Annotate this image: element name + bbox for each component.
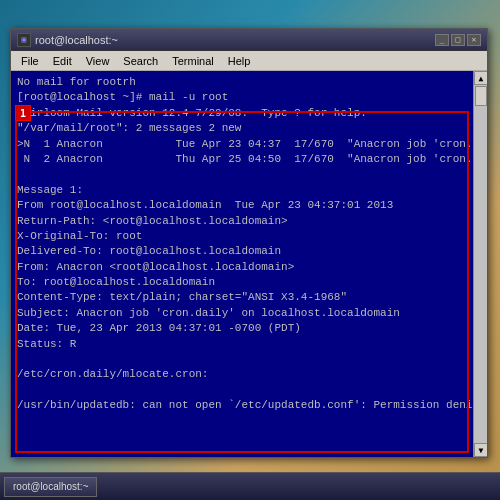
- taskbar: root@localhost:~: [0, 472, 500, 500]
- menu-edit[interactable]: Edit: [47, 53, 78, 69]
- menu-bar: File Edit View Search Terminal Help: [11, 51, 487, 71]
- desktop: ▣ root@localhost:~ _ □ ✕ File Edit View …: [0, 0, 500, 500]
- scroll-thumb[interactable]: [475, 86, 487, 106]
- window-controls[interactable]: _ □ ✕: [435, 34, 481, 46]
- title-bar-left: ▣ root@localhost:~: [17, 33, 118, 47]
- menu-file[interactable]: File: [15, 53, 45, 69]
- menu-search[interactable]: Search: [117, 53, 164, 69]
- taskbar-terminal-button[interactable]: root@localhost:~: [4, 477, 97, 497]
- window-title: root@localhost:~: [35, 34, 118, 46]
- terminal-window: ▣ root@localhost:~ _ □ ✕ File Edit View …: [10, 28, 488, 458]
- terminal-output: No mail for rootrh [root@localhost ~]# m…: [17, 75, 481, 414]
- menu-help[interactable]: Help: [222, 53, 257, 69]
- badge-number: 1: [20, 108, 26, 119]
- title-bar: ▣ root@localhost:~ _ □ ✕: [11, 29, 487, 51]
- scrollbar[interactable]: ▲ ▼: [473, 71, 487, 457]
- terminal-content: No mail for rootrh [root@localhost ~]# m…: [11, 71, 487, 457]
- menu-terminal[interactable]: Terminal: [166, 53, 220, 69]
- scroll-down-button[interactable]: ▼: [474, 443, 487, 457]
- terminal-icon: ▣: [17, 33, 31, 47]
- scroll-up-button[interactable]: ▲: [474, 71, 487, 85]
- menu-view[interactable]: View: [80, 53, 116, 69]
- message-badge: 1: [15, 105, 31, 121]
- minimize-button[interactable]: _: [435, 34, 449, 46]
- close-button[interactable]: ✕: [467, 34, 481, 46]
- maximize-button[interactable]: □: [451, 34, 465, 46]
